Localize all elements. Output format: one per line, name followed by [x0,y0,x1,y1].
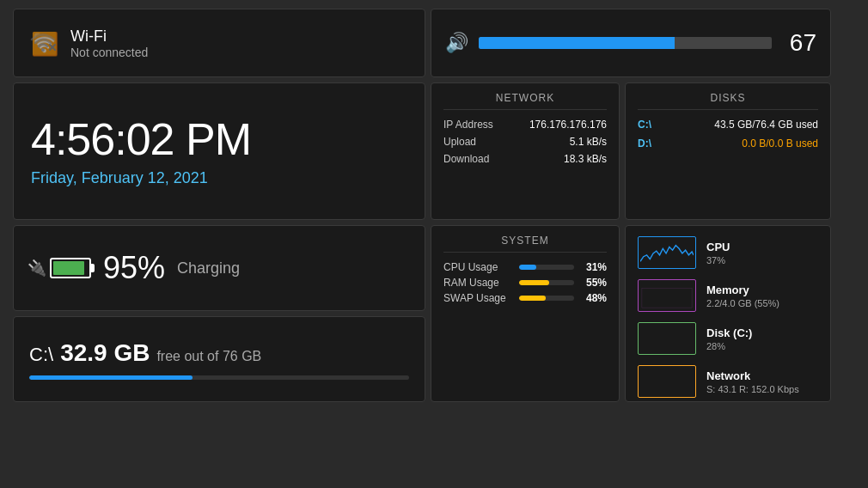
cpu-chart-thumb [638,236,696,269]
charts-panel: CPU 37% Memory 2.2/4.0 GB (55%) [625,225,831,402]
cpu-usage-label: CPU Usage [443,261,512,273]
system-widget: SYSTEM CPU Usage 31% RAM Usage 55% SWAP … [431,225,620,402]
network-chart-row: Network S: 43.1 R: 152.0 Kbps [638,365,818,398]
cpu-usage-value: 31% [581,261,607,273]
clock-date: Friday, February 12, 2021 [31,169,407,187]
disks-title: DISKS [638,92,818,110]
cpu-usage-row: CPU Usage 31% [443,261,607,273]
battery-percent: 95% [103,250,165,286]
disk-d-label: D:\ [638,137,662,149]
disk-c-label: C:\ [638,119,662,131]
swap-bar [519,296,574,301]
network-chart-info: Network S: 43.1 R: 152.0 Kbps [706,369,799,394]
diskfree-bar [29,375,409,380]
disk-d-value: 0.0 B/0.0 B used [742,137,818,149]
ram-usage-row: RAM Usage 55% [443,277,607,289]
swap-usage-row: SWAP Usage 48% [443,292,607,304]
network-download-value: 18.3 kB/s [564,153,607,165]
volume-fill [479,37,675,49]
diskfree-size: 32.9 GB [60,339,150,367]
clock-time: 4:56:02 PM [31,115,407,164]
network-chart-name: Network [706,369,799,382]
memory-chart-thumb [638,279,696,312]
network-upload-label: Upload [443,136,476,148]
disk-d-row: D:\ 0.0 B/0.0 B used [638,137,818,149]
wifi-widget: 🛜 Wi-Fi Not connected [13,9,425,77]
network-title: NETWORK [443,92,607,110]
diskfree-suffix: free out of 76 GB [156,349,261,364]
disk-c-row: C:\ 43.5 GB/76.4 GB used [638,119,818,131]
cpu-chart-info: CPU 37% [706,241,730,265]
cpu-chart-name: CPU [706,241,730,253]
cpu-chart-row: CPU 37% [638,236,818,269]
ram-usage-label: RAM Usage [443,277,512,289]
volume-bar[interactable] [479,37,772,49]
network-download-label: Download [443,153,489,165]
network-ip-label: IP Address [443,119,493,131]
network-ip-row: IP Address 176.176.176.176 [443,119,607,131]
diskfree-drive: C:\ [29,344,53,366]
network-upload-row: Upload 5.1 kB/s [443,136,607,148]
diskfree-bar-fill [29,375,193,380]
wifi-name: Wi-Fi [70,27,148,46]
disk-c-value: 43.5 GB/76.4 GB used [714,119,818,131]
wifi-icon: 🛜 [28,27,58,58]
disk-chart-thumb [638,322,696,355]
battery-status: Charging [177,259,240,278]
battery-body [50,258,91,278]
battery-plug-icon: 🔌 [28,259,46,278]
ram-usage-value: 55% [581,277,607,289]
clock-widget: 4:56:02 PM Friday, February 12, 2021 [13,82,425,220]
memory-chart-info: Memory 2.2/4.0 GB (55%) [706,284,779,308]
swap-usage-label: SWAP Usage [443,292,512,304]
volume-value: 67 [782,29,816,57]
svg-rect-3 [640,282,694,309]
battery-icon: 🔌 [28,258,91,278]
memory-chart-row: Memory 2.2/4.0 GB (55%) [638,279,818,312]
disk-chart-info: Disk (C:) 28% [706,326,752,351]
svg-rect-5 [640,325,694,352]
network-chart-thumb [638,365,696,398]
battery-widget: 🔌 95% Charging [13,225,425,311]
battery-fill [53,261,84,275]
disk-chart-detail: 28% [706,341,752,351]
network-widget: NETWORK IP Address 176.176.176.176 Uploa… [431,82,620,220]
cpu-bar [519,265,574,270]
swap-bar-fill [519,296,546,301]
diskfree-widget: C:\ 32.9 GB free out of 76 GB [13,316,425,402]
disk-chart-name: Disk (C:) [706,326,752,339]
network-ip-value: 176.176.176.176 [529,119,607,131]
svg-rect-4 [642,289,692,308]
disks-widget: DISKS C:\ 43.5 GB/76.4 GB used D:\ 0.0 B… [625,82,831,220]
network-download-row: Download 18.3 kB/s [443,153,607,165]
network-upload-value: 5.1 kB/s [570,136,607,148]
ram-bar [519,280,574,285]
wifi-info: Wi-Fi Not connected [70,27,148,59]
system-title: SYSTEM [443,235,607,253]
volume-widget: 🔊 67 [431,9,831,77]
cpu-bar-fill [519,265,536,270]
wifi-status: Not connected [70,46,148,59]
volume-icon: 🔊 [445,32,468,54]
memory-chart-name: Memory [706,284,779,296]
disk-chart-row: Disk (C:) 28% [638,322,818,355]
swap-usage-value: 48% [581,292,607,304]
ram-bar-fill [519,280,549,285]
cpu-chart-detail: 37% [706,255,730,265]
memory-chart-detail: 2.2/4.0 GB (55%) [706,298,779,308]
svg-rect-6 [640,368,694,395]
network-chart-detail: S: 43.1 R: 152.0 Kbps [706,384,799,394]
